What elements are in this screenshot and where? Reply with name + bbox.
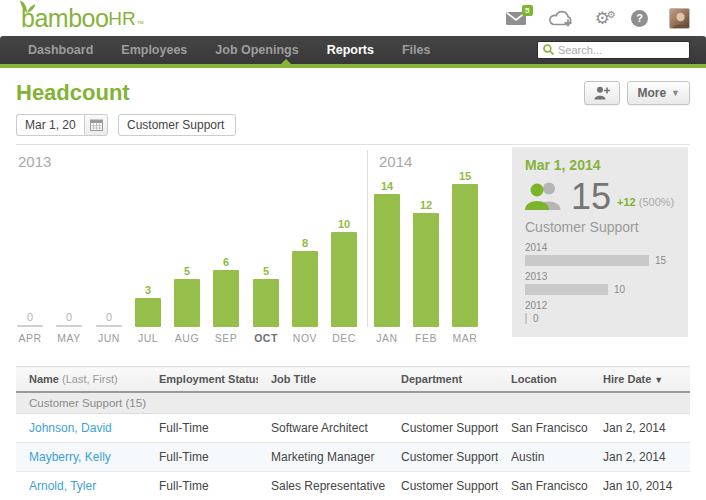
date-filter-group (16, 114, 108, 136)
chart-bar[interactable] (253, 279, 279, 327)
logo-hr: HR (108, 8, 135, 29)
month-label: OCT (246, 332, 286, 344)
search-box[interactable] (537, 41, 690, 59)
top-header: bamboo HR ™ 5 ⚙⚙ ? (0, 0, 706, 36)
chart-area: 2013 2014 0APR0MAY0JUN3JUL5AUG6SEP5OCT8N… (16, 145, 512, 361)
chart-bar[interactable] (56, 325, 82, 327)
date-filter-input[interactable] (16, 114, 84, 136)
month-label: DEC (324, 332, 364, 344)
column-header-location[interactable]: Location (498, 367, 590, 393)
logo-trademark: ™ (137, 19, 144, 29)
month-label: SEP (206, 332, 246, 344)
nav-item-employees[interactable]: Employees (107, 43, 201, 57)
sort-desc-icon: ▼ (654, 375, 663, 385)
chart-month-aug: 5AUG (167, 145, 207, 327)
column-header-job-title[interactable]: Job Title (258, 367, 388, 393)
table-header-row: Name (Last, First)Employment StatusJob T… (16, 367, 690, 393)
column-header-name[interactable]: Name (Last, First) (16, 367, 146, 393)
cell-employment-status: Full-Time (146, 443, 258, 472)
group-row-label: Customer Support (15) (16, 392, 690, 414)
people-icon (525, 181, 563, 214)
month-label: FEB (406, 332, 446, 344)
bar-value: 0 (106, 311, 112, 323)
more-button[interactable]: More ▼ (627, 81, 690, 105)
summary-main: 15 +12 (500%) (525, 180, 675, 214)
table-group-row[interactable]: Customer Support (15) (16, 392, 690, 414)
change-value: +12 (617, 196, 636, 208)
chart-month-oct: 5OCT (246, 145, 286, 327)
chevron-down-icon: ▼ (671, 88, 680, 98)
bar-value: 10 (338, 218, 350, 230)
chart-bar[interactable] (413, 213, 439, 327)
cell-hire-date: Jan 10, 2014 (590, 472, 690, 500)
month-label: APR (10, 332, 50, 344)
add-employee-button[interactable] (584, 81, 620, 105)
chart-bar[interactable] (135, 298, 161, 327)
column-header-employment-status[interactable]: Employment Status (146, 367, 258, 393)
cell-department: Customer Support (388, 472, 498, 500)
chart-section: 2013 2014 0APR0MAY0JUN3JUL5AUG6SEP5OCT8N… (16, 144, 690, 360)
chart-bar[interactable] (452, 184, 478, 327)
chart-bar[interactable] (331, 232, 357, 327)
employee-link[interactable]: Arnold, Tyler (29, 479, 96, 493)
bar-value: 8 (302, 237, 308, 249)
headcount-table-section: Name (Last, First)Employment StatusJob T… (16, 366, 690, 500)
chart-month-may: 0MAY (49, 145, 89, 327)
month-label: JAN (367, 332, 407, 344)
bamboohr-logo[interactable]: bamboo HR ™ (16, 7, 144, 29)
chart-bar[interactable] (292, 251, 318, 327)
user-avatar[interactable] (669, 8, 690, 29)
cell-name: Johnson, David (16, 414, 146, 443)
chart-bar[interactable] (17, 325, 43, 327)
year-bar-value-2013: 10 (614, 284, 625, 295)
search-input[interactable] (558, 44, 684, 56)
cell-hire-date: Jan 2, 2014 (590, 414, 690, 443)
column-header-department[interactable]: Department (388, 367, 498, 393)
chart-month-jun: 0JUN (89, 145, 129, 327)
table-row: Arnold, TylerFull-TimeSales Representati… (16, 472, 690, 500)
month-label: NOV (285, 332, 325, 344)
group-filter-input[interactable] (118, 114, 236, 136)
nav-item-reports[interactable]: Reports (313, 43, 388, 57)
year-bar-row-2012: 0 (525, 313, 675, 324)
employee-link[interactable]: Johnson, David (29, 421, 112, 435)
help-icon[interactable]: ? (631, 10, 648, 27)
bar-value: 12 (420, 199, 432, 211)
chart-bar[interactable] (174, 279, 200, 327)
settings-gear-small-icon: ⚙ (607, 6, 616, 23)
cell-hire-date: Jan 2, 2014 (590, 443, 690, 472)
year-bar-2014 (525, 255, 649, 266)
headcount-value: 15 (571, 180, 611, 214)
nav-item-files[interactable]: Files (388, 43, 445, 57)
column-header-hire-date[interactable]: Hire Date▼ (590, 367, 690, 393)
chart-bar[interactable] (374, 194, 400, 327)
bar-value: 14 (381, 180, 393, 192)
nav-item-dashboard[interactable]: Dashboard (14, 43, 107, 57)
headcount-change: +12 (500%) (617, 196, 674, 208)
cloud-add-icon[interactable] (548, 9, 574, 28)
person-add-icon (594, 86, 610, 100)
cell-job-title: Sales Representative (258, 472, 388, 500)
chart-month-apr: 0APR (10, 145, 50, 327)
chart-bar[interactable] (213, 270, 239, 327)
cell-location: San Francisco (498, 472, 590, 500)
nav-items: DashboardEmployeesJob OpeningsReportsFil… (14, 43, 444, 57)
year-bar-2013 (525, 284, 608, 295)
messages-icon[interactable]: 5 (506, 11, 527, 26)
nav-item-job-openings[interactable]: Job Openings (201, 43, 312, 57)
month-label: MAY (49, 332, 89, 344)
employee-link[interactable]: Mayberry, Kelly (29, 450, 111, 464)
chart-bar[interactable] (96, 325, 122, 327)
headcount-table: Name (Last, First)Employment StatusJob T… (16, 366, 690, 500)
chart-month-jul: 3JUL (128, 145, 168, 327)
table-row: Mayberry, KellyFull-TimeMarketing Manage… (16, 443, 690, 472)
year-bar-value-2014: 15 (655, 255, 666, 266)
settings-gear-icon[interactable]: ⚙⚙ (595, 10, 610, 27)
chart-month-feb: 12FEB (406, 145, 446, 327)
cell-department: Customer Support (388, 443, 498, 472)
cell-employment-status: Full-Time (146, 414, 258, 443)
month-label: MAR (445, 332, 485, 344)
filter-row (0, 114, 706, 144)
calendar-button[interactable] (84, 114, 108, 136)
cell-department: Customer Support (388, 414, 498, 443)
